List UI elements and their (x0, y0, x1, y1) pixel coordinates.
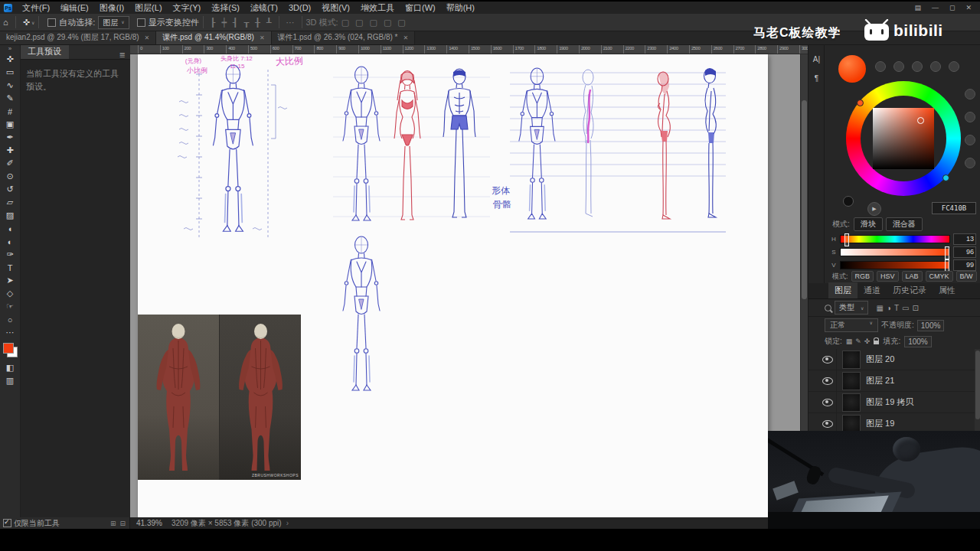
sv-cursor[interactable] (917, 117, 924, 124)
shape-tool[interactable]: ◇ (2, 287, 18, 300)
panel-tab[interactable]: 历史记录 (887, 282, 933, 298)
lock-position-icon[interactable]: ✜ (864, 337, 871, 345)
color-panel-button[interactable] (965, 135, 975, 145)
delete-preset-icon[interactable]: ⊟ (119, 520, 126, 527)
foreground-color-swatch[interactable] (3, 343, 14, 354)
eye-icon[interactable] (822, 356, 833, 364)
scrollbar-thumb[interactable] (975, 350, 980, 419)
eye-icon[interactable] (822, 420, 833, 428)
opacity-value[interactable]: 100% (917, 320, 945, 331)
slider-value-input[interactable]: 96 (953, 246, 976, 258)
app-icon[interactable]: Ps (4, 4, 12, 12)
quick-mask-icon[interactable]: ◧ (2, 361, 18, 374)
dodge-tool[interactable]: ◐ (2, 235, 18, 248)
current-color-dot[interactable] (838, 55, 866, 83)
screen-mode-icon[interactable]: ▥ (2, 374, 18, 387)
brush-tool[interactable]: ✐ (2, 157, 18, 170)
color-panel-button[interactable] (912, 61, 923, 72)
slider-track[interactable] (840, 235, 950, 243)
tab-tool-presets[interactable]: 工具预设 (20, 44, 69, 59)
slider-thumb[interactable] (945, 246, 949, 259)
mode-3d-icon[interactable]: ▢ (352, 18, 366, 28)
clone-stamp-tool[interactable]: ⊙ (2, 170, 18, 183)
slider-track[interactable] (840, 248, 950, 256)
panel-tab[interactable]: 图层 (828, 282, 858, 298)
path-select-tool[interactable]: ➤ (2, 274, 18, 287)
history-brush-tool[interactable]: ↺ (2, 183, 18, 196)
move-tool[interactable]: ✜ (2, 53, 18, 66)
slider-track[interactable] (840, 261, 950, 269)
color-panel-button[interactable] (965, 89, 975, 99)
hue-wheel[interactable] (846, 81, 961, 196)
color-panel-button[interactable] (893, 61, 904, 72)
menu-item[interactable]: 选择(S) (206, 2, 245, 14)
menu-item[interactable]: 3D(D) (283, 2, 316, 14)
quick-select-tool[interactable]: ✎ (2, 92, 18, 105)
colorspace-button[interactable]: RGB (851, 271, 874, 282)
colorspace-button[interactable]: LAB (902, 271, 923, 282)
scrollbar-thumb[interactable] (802, 100, 807, 299)
workspace-icon[interactable]: ▤ (909, 4, 926, 11)
pixel-filter-icon[interactable]: ▦ (874, 304, 884, 312)
collapse-toolbar-icon[interactable]: » (8, 44, 11, 53)
tab-close-icon[interactable]: ✕ (260, 34, 265, 41)
frame-tool[interactable]: ▣ (2, 118, 18, 131)
lock-all-icon[interactable] (874, 341, 879, 344)
color-panel-button[interactable] (875, 61, 886, 72)
paragraph-panel-icon[interactable]: ¶ (808, 74, 825, 83)
hue-marker[interactable] (857, 99, 864, 106)
colorspace-button[interactable]: HSV (877, 271, 899, 282)
layer-row[interactable]: 图层 19 拷贝 (808, 392, 975, 413)
fill-value[interactable]: 100% (904, 336, 932, 347)
align-icon[interactable]: ┸ (263, 18, 275, 28)
edit-toolbar-icon[interactable]: ⋯ (2, 326, 18, 339)
color-panel-button[interactable] (949, 61, 959, 72)
menu-item[interactable]: 编辑(E) (55, 2, 94, 14)
mode-3d-icon[interactable]: ▢ (338, 18, 352, 28)
menu-item[interactable]: 图像(I) (94, 2, 129, 14)
document-tab[interactable]: 课件1.psd @ 26.3% (024, RGB/8) *✕ (272, 31, 416, 44)
slider-value-input[interactable]: 13 (953, 233, 976, 245)
tab-close-icon[interactable]: ✕ (145, 34, 150, 41)
picker-mode-button[interactable]: 混合器 (886, 217, 923, 231)
lock-transparent-icon[interactable]: ▦ (846, 337, 853, 345)
slider-value-input[interactable]: 99 (953, 259, 976, 271)
lock-pixels-icon[interactable]: ✎ (855, 337, 861, 345)
play-button[interactable]: ▶ (867, 202, 881, 216)
character-panel-icon[interactable]: A| (808, 55, 825, 64)
document-canvas[interactable]: (元身) 小比例 头身比 7:12 11:15 大比例 形体 骨骼 ZBRUSH… (138, 54, 768, 517)
blend-mode-dropdown[interactable]: 正常 ∨ (825, 318, 878, 332)
adjustment-filter-icon[interactable]: ◑ (885, 304, 893, 312)
menu-item[interactable]: 帮助(H) (441, 2, 480, 14)
menu-item[interactable]: 文字(Y) (168, 2, 207, 14)
marquee-tool[interactable]: ▭ (2, 66, 18, 79)
tab-close-icon[interactable]: ✕ (403, 34, 409, 41)
document-tab[interactable]: kejian2.psd @ 29.4% (图层 17, RGB/8)✕ (0, 31, 156, 44)
type-tool[interactable]: T (2, 261, 18, 274)
eye-icon[interactable] (822, 377, 833, 385)
menu-item[interactable]: 视图(V) (316, 2, 355, 14)
pen-tool[interactable]: ✑ (2, 248, 18, 261)
align-icon[interactable]: ┰ (241, 18, 253, 28)
hand-tool[interactable]: ☞ (2, 300, 18, 313)
layer-row[interactable]: 图层 20 (808, 349, 975, 370)
minimize-button[interactable]: — (926, 4, 944, 11)
document-tab[interactable]: 课件.psd @ 41.4%(RGB/8)✕ (156, 31, 271, 44)
mode-3d-icon[interactable]: ▢ (367, 18, 381, 28)
color-panel-button[interactable] (930, 61, 941, 72)
align-icon[interactable]: ┨ (230, 18, 241, 28)
saturation-value-square[interactable] (873, 108, 934, 169)
shape-filter-icon[interactable]: ▭ (900, 304, 910, 312)
colorspace-button[interactable]: CMYK (926, 271, 953, 282)
crop-tool[interactable]: # (2, 105, 18, 118)
panel-menu-icon[interactable]: ≣ (115, 51, 130, 59)
menu-item[interactable]: 图层(L) (129, 2, 167, 14)
type-filter-icon[interactable]: T (893, 304, 900, 312)
panel-tab[interactable]: 属性 (933, 282, 962, 298)
align-icon[interactable]: ┿ (218, 18, 230, 28)
layer-row[interactable]: 图层 21 (808, 370, 975, 392)
close-button[interactable]: ✕ (960, 4, 977, 11)
zoom-tool[interactable]: ○ (2, 313, 18, 326)
home-icon[interactable]: ⌂ (0, 18, 11, 27)
menu-item[interactable]: 滤镜(T) (245, 2, 283, 14)
